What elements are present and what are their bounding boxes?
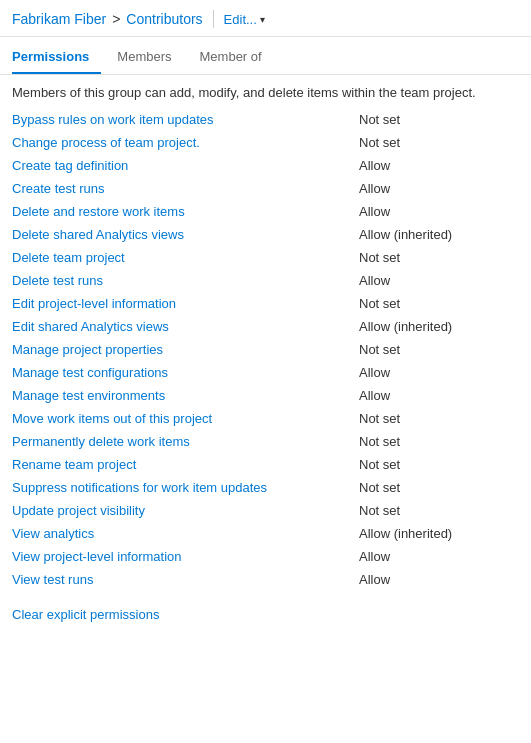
- permission-value: Allow (inherited): [359, 319, 519, 334]
- permission-value: Not set: [359, 434, 519, 449]
- table-row: View analyticsAllow (inherited): [12, 522, 519, 545]
- permission-value: Not set: [359, 480, 519, 495]
- header-divider: [213, 10, 214, 28]
- permission-value: Not set: [359, 503, 519, 518]
- edit-label[interactable]: Edit...: [224, 12, 257, 27]
- table-row: Create test runsAllow: [12, 177, 519, 200]
- table-row: Delete and restore work itemsAllow: [12, 200, 519, 223]
- table-row: Delete team projectNot set: [12, 246, 519, 269]
- tab-bar: Permissions Members Member of: [0, 41, 531, 75]
- permission-name[interactable]: Manage project properties: [12, 342, 359, 357]
- group-description: Members of this group can add, modify, a…: [0, 75, 531, 108]
- table-row: Edit shared Analytics viewsAllow (inheri…: [12, 315, 519, 338]
- permission-name[interactable]: Delete shared Analytics views: [12, 227, 359, 242]
- permission-name[interactable]: Create tag definition: [12, 158, 359, 173]
- permission-value: Allow: [359, 273, 519, 288]
- permission-value: Not set: [359, 457, 519, 472]
- permission-value: Not set: [359, 112, 519, 127]
- permission-name[interactable]: Create test runs: [12, 181, 359, 196]
- table-row: Edit project-level informationNot set: [12, 292, 519, 315]
- breadcrumb: Fabrikam Fiber > Contributors: [12, 11, 203, 27]
- permission-value: Allow (inherited): [359, 526, 519, 541]
- table-row: View project-level informationAllow: [12, 545, 519, 568]
- permission-name[interactable]: Permanently delete work items: [12, 434, 359, 449]
- page-header: Fabrikam Fiber > Contributors Edit... ▾: [0, 0, 531, 37]
- permission-value: Not set: [359, 411, 519, 426]
- table-row: Bypass rules on work item updatesNot set: [12, 108, 519, 131]
- table-row: Create tag definitionAllow: [12, 154, 519, 177]
- permission-name[interactable]: Edit shared Analytics views: [12, 319, 359, 334]
- permission-name[interactable]: Update project visibility: [12, 503, 359, 518]
- permission-name[interactable]: View analytics: [12, 526, 359, 541]
- tab-member-of[interactable]: Member of: [200, 41, 274, 74]
- table-row: Manage test environmentsAllow: [12, 384, 519, 407]
- table-row: Move work items out of this projectNot s…: [12, 407, 519, 430]
- table-row: View test runsAllow: [12, 568, 519, 591]
- permission-value: Allow: [359, 572, 519, 587]
- permission-value: Not set: [359, 296, 519, 311]
- table-row: Rename team projectNot set: [12, 453, 519, 476]
- permission-value: Allow: [359, 365, 519, 380]
- permission-value: Not set: [359, 250, 519, 265]
- chevron-down-icon: ▾: [260, 14, 265, 25]
- table-row: Manage test configurationsAllow: [12, 361, 519, 384]
- table-row: Delete test runsAllow: [12, 269, 519, 292]
- permission-value: Allow: [359, 181, 519, 196]
- permission-name[interactable]: View project-level information: [12, 549, 359, 564]
- permission-name[interactable]: Bypass rules on work item updates: [12, 112, 359, 127]
- permission-name[interactable]: Suppress notifications for work item upd…: [12, 480, 359, 495]
- permission-value: Not set: [359, 342, 519, 357]
- permission-name[interactable]: Manage test configurations: [12, 365, 359, 380]
- tab-permissions[interactable]: Permissions: [12, 41, 101, 74]
- table-row: Update project visibilityNot set: [12, 499, 519, 522]
- table-row: Permanently delete work itemsNot set: [12, 430, 519, 453]
- table-row: Delete shared Analytics viewsAllow (inhe…: [12, 223, 519, 246]
- permission-name[interactable]: Edit project-level information: [12, 296, 359, 311]
- clear-permissions-link[interactable]: Clear explicit permissions: [0, 591, 531, 632]
- permission-name[interactable]: Delete team project: [12, 250, 359, 265]
- project-name[interactable]: Fabrikam Fiber: [12, 11, 106, 27]
- table-row: Manage project propertiesNot set: [12, 338, 519, 361]
- permission-value: Allow: [359, 388, 519, 403]
- permission-value: Allow (inherited): [359, 227, 519, 242]
- table-row: Suppress notifications for work item upd…: [12, 476, 519, 499]
- permission-name[interactable]: View test runs: [12, 572, 359, 587]
- permission-value: Not set: [359, 135, 519, 150]
- edit-button[interactable]: Edit... ▾: [224, 12, 265, 27]
- permission-name[interactable]: Delete and restore work items: [12, 204, 359, 219]
- permission-name[interactable]: Delete test runs: [12, 273, 359, 288]
- permission-value: Allow: [359, 204, 519, 219]
- permission-name[interactable]: Change process of team project.: [12, 135, 359, 150]
- permission-name[interactable]: Move work items out of this project: [12, 411, 359, 426]
- permission-value: Allow: [359, 158, 519, 173]
- permission-value: Allow: [359, 549, 519, 564]
- permissions-table: Bypass rules on work item updatesNot set…: [0, 108, 531, 591]
- permission-name[interactable]: Rename team project: [12, 457, 359, 472]
- tab-members[interactable]: Members: [117, 41, 183, 74]
- breadcrumb-separator: >: [112, 11, 120, 27]
- table-row: Change process of team project.Not set: [12, 131, 519, 154]
- group-name[interactable]: Contributors: [126, 11, 202, 27]
- permission-name[interactable]: Manage test environments: [12, 388, 359, 403]
